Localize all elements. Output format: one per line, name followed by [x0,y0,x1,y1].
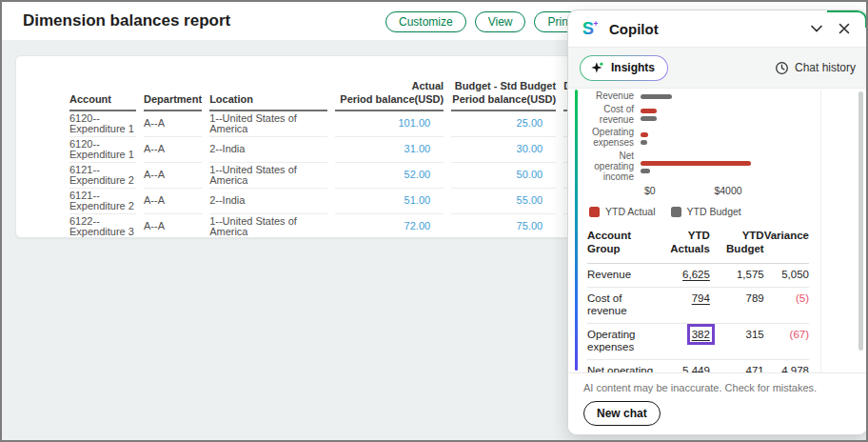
actual-value-link[interactable]: 51.00 [404,194,431,206]
department-cell: A--A [144,163,202,189]
insight-table: Account Group YTD Actuals YTD Budget Var… [587,228,809,372]
ytd-budget-cell: 315 [710,323,764,359]
table-row: 6122--Expenditure 3A--A1--United States … [69,214,630,238]
insight-row: Revenue6,6251,5755,050 [587,263,809,287]
legend-label: YTD Actual [605,206,656,217]
insights-label: Insights [611,61,655,74]
variance-cell: 4,978 [764,359,809,372]
close-panel-button[interactable] [835,19,854,38]
location-cell: 2--India [209,137,327,163]
legend-item: YTD Actual [589,206,656,217]
copilot-message-area: RevenueCost of revenueOperating expenses… [568,90,867,372]
location-cell: 1--United States of America [209,111,327,137]
bar-ytd-actual [641,161,751,166]
bar-ytd-actual [641,132,648,137]
sparkle-icon [590,61,604,75]
account-cell: 6122--Expenditure 3 [69,214,136,238]
budget-value-link[interactable]: 50.00 [517,169,543,180]
account-cell: 6120--Expenditure 1 [69,137,136,163]
table-row: 6120--Expenditure 1A--A1--United States … [69,111,630,137]
message-gradient-accent [575,90,578,371]
ytd-actual-link[interactable]: 5,449 [682,365,710,372]
insight-row: Operating expenses382315(67) [587,323,809,359]
copilot-title: Copilot [609,21,659,37]
ai-disclaimer: AI content may be inaccurate. Check for … [583,382,852,393]
department-cell: A--A [144,137,202,163]
insight-col-account-group: Account Group [587,228,654,263]
insight-row: Net operating income5,4494714,978 [587,359,809,372]
column-header-actual: Actual Period balance(USD) [335,79,444,111]
actual-value-link[interactable]: 72.00 [404,220,431,231]
collapse-panel-button[interactable] [807,19,826,38]
chart-category-label: Net operating income [587,151,641,182]
budget-value-link[interactable]: 25.00 [517,117,543,129]
scrollbar-thumb[interactable] [858,91,863,351]
account-cell: 6121--Expenditure 2 [69,189,136,214]
app-window: Dimension balances report CustomizeViewP… [0,0,868,442]
table-row: 6120--Expenditure 1A--A2--India31.0030.0… [69,137,630,163]
bar-ytd-budget [641,116,657,121]
new-chat-button[interactable]: New chat [583,401,661,426]
account-cell: 6121--Expenditure 2 [69,163,136,189]
account-group-cell: Net operating income [587,359,654,372]
actual-value-link[interactable]: 52.00 [404,169,431,180]
legend-label: YTD Budget [687,206,741,217]
insights-button[interactable]: Insights [580,55,668,81]
actual-value-link[interactable]: 31.00 [404,143,431,154]
close-icon [837,21,852,36]
customize-button[interactable]: Customize [385,11,466,32]
ytd-actual-link[interactable]: 794 [692,292,710,304]
chart-category-row: Net operating income [587,151,809,182]
table-header-row: Account Department Location Actual Perio… [69,79,630,111]
ytd-budget-cell: 471 [710,359,764,372]
bar-ytd-budget [641,140,647,145]
column-header-location: Location [209,79,327,111]
actual-value-link[interactable]: 101.00 [398,117,430,129]
ytd-budget-cell: 789 [710,287,764,323]
bar-ytd-budget [641,169,650,173]
insight-row: Cost of revenue794789(5) [587,287,809,323]
chart-category-row: Revenue [587,91,809,102]
chart-category-row: Operating expenses [587,128,809,149]
department-cell: A--A [144,111,202,137]
page-title: Dimension balances report [23,11,230,30]
ytd-actual-link-highlighted[interactable]: 382 [692,329,710,340]
insight-header-row: Account Group YTD Actuals YTD Budget Var… [587,228,809,263]
ytd-budget-cell: 1,575 [710,263,764,287]
legend-swatch [589,207,600,217]
dimension-balances-table: Account Department Location Actual Perio… [62,79,638,238]
copilot-header: S + Copilot [568,10,867,47]
svg-text:+: + [594,19,599,29]
location-cell: 2--India [209,189,327,214]
axis-tick-label: $4000 [714,185,741,196]
location-cell: 1--United States of America [209,214,327,238]
clock-icon [775,61,789,75]
chart-category-label: Operating expenses [587,128,641,149]
budget-value-link[interactable]: 30.00 [517,143,543,154]
ytd-actual-link[interactable]: 6,625 [682,269,710,280]
bar-ytd-budget [641,94,672,99]
bar-ytd-actual [641,109,657,113]
insight-col-ytd-actuals: YTD Actuals [654,228,710,263]
location-cell: 1--United States of America [209,163,327,189]
column-header-budget: Budget - Std Budget Period balance(USD) [451,79,556,111]
chat-history-button[interactable]: Chat history [775,61,856,75]
insights-toolbar: Insights Chat history [568,47,867,89]
variance-cell: (5) [764,287,809,323]
account-group-cell: Revenue [587,263,654,287]
budget-value-link[interactable]: 75.00 [517,220,543,231]
budget-value-link[interactable]: 55.00 [517,194,543,206]
insight-col-ytd-budget: YTD Budget [710,228,764,263]
ytd-chart: RevenueCost of revenueOperating expenses… [587,91,809,182]
chart-category-label: Cost of revenue [587,105,641,126]
report-table-body: 6120--Expenditure 1A--A1--United States … [69,111,630,238]
chart-category-row: Cost of revenue [587,105,809,126]
legend-item: YTD Budget [671,206,741,217]
chart-legend: YTD ActualYTD Budget [589,206,809,217]
view-button[interactable]: View [475,11,526,32]
axis-tick-label: $0 [644,185,656,196]
chat-history-label: Chat history [795,61,856,74]
department-cell: A--A [144,189,202,214]
chart-category-label: Revenue [587,91,641,102]
column-header-account: Account [69,79,136,111]
